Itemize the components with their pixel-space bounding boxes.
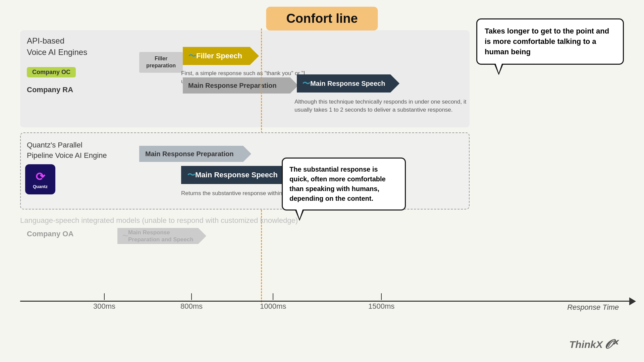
timeline-arrow xyxy=(629,297,636,305)
section-top-label: API-based Voice AI Engines xyxy=(27,35,87,58)
response-time-label: Response Time xyxy=(567,303,619,312)
subtext-main: Although this technique technically resp… xyxy=(294,98,469,114)
sound-icon-quantz: 〜 xyxy=(187,170,195,180)
tick-1500ms: 1500ms xyxy=(368,293,394,311)
filler-speech-arrow: 〜 Filler Speech xyxy=(183,47,250,65)
main-speech-dark-body: 〜 Main Response Speech xyxy=(297,74,390,93)
thinkx-branding: ThinkX 𝒪ˣ xyxy=(569,337,617,352)
quantz-speech-arrow: 〜 Main Response Speech xyxy=(181,166,284,184)
comfort-title: Confort line xyxy=(266,7,378,31)
main-speech-dark-top: 〜 Main Response Speech xyxy=(297,74,390,93)
quantz-speech-body: 〜 Main Response Speech xyxy=(181,166,284,184)
company-ra-label: Company RA xyxy=(27,85,73,94)
tick-800ms: 800ms xyxy=(180,293,203,311)
quantz-logo: ⟳ Quantz xyxy=(25,164,55,194)
section-bottom: Language-speech integrated models (unabl… xyxy=(20,216,470,231)
tick-1000ms: 1000ms xyxy=(260,293,286,311)
company-oc-badge: Company OC xyxy=(27,67,76,77)
oa-speech-arrow: 〜 Main Response Preparation and Speech xyxy=(117,228,198,244)
sound-icon-filler: 〜 xyxy=(188,51,196,61)
tick-300ms: 300ms xyxy=(93,293,115,311)
quantz-prep-arrow: Main Response Preparation xyxy=(139,146,243,162)
main-container: Confort line API-based Voice AI Engines … xyxy=(0,0,644,362)
company-oa-label: Company OA xyxy=(27,230,73,238)
sound-icon-oa: 〜 xyxy=(122,232,128,240)
main-prep-grey-body: Main Response Preparation xyxy=(183,77,290,94)
oa-speech-body: 〜 Main Response Preparation and Speech xyxy=(117,228,198,244)
section-mid-label: Quantz's Parallel Pipeline Voice AI Engi… xyxy=(27,140,107,161)
filler-prep-box: Filler preparation xyxy=(139,52,183,73)
quantz-symbol: ⟳ xyxy=(36,170,45,183)
sound-icon-main: 〜 xyxy=(302,78,310,89)
callout-middle: The substantial response is quick, often… xyxy=(282,158,406,210)
filler-speech-body: 〜 Filler Speech xyxy=(183,47,250,65)
quantz-prep-body: Main Response Preparation xyxy=(139,146,243,162)
bottom-grey-text: Language-speech integrated models (unabl… xyxy=(20,216,470,225)
main-prep-grey: Main Response Preparation xyxy=(183,77,290,94)
callout-top-right: Takes longer to get to the point and is … xyxy=(476,18,624,65)
